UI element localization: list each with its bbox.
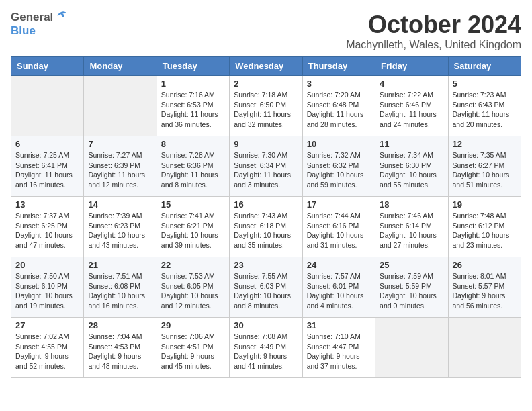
logo-blue-text: Blue <box>11 24 36 37</box>
day-number: 2 <box>234 79 298 89</box>
calendar-cell: 5Sunrise: 7:23 AM Sunset: 6:43 PM Daylig… <box>448 76 521 136</box>
calendar-body: 1Sunrise: 7:16 AM Sunset: 6:53 PM Daylig… <box>11 76 521 378</box>
day-number: 20 <box>15 260 79 270</box>
calendar-cell: 7Sunrise: 7:27 AM Sunset: 6:39 PM Daylig… <box>84 136 157 197</box>
day-number: 7 <box>88 139 152 149</box>
day-info: Sunrise: 7:43 AM Sunset: 6:18 PM Dayligh… <box>234 211 298 250</box>
calendar-cell: 15Sunrise: 7:41 AM Sunset: 6:21 PM Dayli… <box>157 197 229 257</box>
day-info: Sunrise: 7:23 AM Sunset: 6:43 PM Dayligh… <box>453 90 517 130</box>
day-number: 14 <box>88 199 152 210</box>
location-title: Machynlleth, Wales, United Kingdom <box>346 39 521 51</box>
calendar-cell: 23Sunrise: 7:55 AM Sunset: 6:03 PM Dayli… <box>230 257 302 318</box>
day-number: 26 <box>453 260 517 270</box>
header: General Blue October 2024 Machynlleth, W… <box>11 11 521 51</box>
calendar-cell: 13Sunrise: 7:37 AM Sunset: 6:25 PM Dayli… <box>11 197 84 257</box>
calendar-cell: 19Sunrise: 7:48 AM Sunset: 6:12 PM Dayli… <box>448 197 521 257</box>
calendar-week-row: 13Sunrise: 7:37 AM Sunset: 6:25 PM Dayli… <box>11 197 521 257</box>
day-number: 19 <box>453 199 517 210</box>
calendar-cell <box>448 318 521 378</box>
day-number: 13 <box>15 199 79 210</box>
day-info: Sunrise: 7:16 AM Sunset: 6:53 PM Dayligh… <box>161 90 225 130</box>
calendar-cell: 3Sunrise: 7:20 AM Sunset: 6:48 PM Daylig… <box>302 76 375 136</box>
day-info: Sunrise: 7:08 AM Sunset: 4:49 PM Dayligh… <box>234 332 298 371</box>
day-info: Sunrise: 7:34 AM Sunset: 6:30 PM Dayligh… <box>380 150 443 190</box>
day-number: 27 <box>15 320 79 330</box>
weekday-header: Tuesday <box>157 57 229 76</box>
calendar-cell: 8Sunrise: 7:28 AM Sunset: 6:36 PM Daylig… <box>157 136 229 197</box>
weekday-header: Wednesday <box>230 57 302 76</box>
day-number: 25 <box>380 260 443 270</box>
day-number: 28 <box>88 320 152 330</box>
day-number: 1 <box>161 79 225 89</box>
calendar-table: SundayMondayTuesdayWednesdayThursdayFrid… <box>11 56 521 378</box>
day-number: 3 <box>307 79 371 89</box>
day-number: 5 <box>453 79 517 89</box>
calendar-cell: 22Sunrise: 7:53 AM Sunset: 6:05 PM Dayli… <box>157 257 229 318</box>
day-number: 21 <box>88 260 152 270</box>
day-number: 24 <box>307 260 371 270</box>
day-number: 12 <box>453 139 517 149</box>
day-info: Sunrise: 7:25 AM Sunset: 6:41 PM Dayligh… <box>15 150 79 190</box>
logo-bird-icon <box>54 11 69 23</box>
weekday-header: Sunday <box>11 57 84 76</box>
calendar-cell: 6Sunrise: 7:25 AM Sunset: 6:41 PM Daylig… <box>11 136 84 197</box>
month-title: October 2024 <box>346 11 521 39</box>
weekday-header: Thursday <box>302 57 375 76</box>
calendar-cell: 11Sunrise: 7:34 AM Sunset: 6:30 PM Dayli… <box>375 136 448 197</box>
calendar-week-row: 20Sunrise: 7:50 AM Sunset: 6:10 PM Dayli… <box>11 257 521 318</box>
day-number: 23 <box>234 260 298 270</box>
weekday-header: Friday <box>375 57 448 76</box>
day-info: Sunrise: 7:02 AM Sunset: 4:55 PM Dayligh… <box>15 332 79 371</box>
day-info: Sunrise: 7:48 AM Sunset: 6:12 PM Dayligh… <box>453 211 517 250</box>
day-info: Sunrise: 7:41 AM Sunset: 6:21 PM Dayligh… <box>161 211 225 250</box>
day-info: Sunrise: 7:32 AM Sunset: 6:32 PM Dayligh… <box>307 150 371 190</box>
day-number: 10 <box>307 139 371 149</box>
calendar-cell: 30Sunrise: 7:08 AM Sunset: 4:49 PM Dayli… <box>230 318 302 378</box>
day-info: Sunrise: 7:06 AM Sunset: 4:51 PM Dayligh… <box>161 332 225 371</box>
calendar-cell: 1Sunrise: 7:16 AM Sunset: 6:53 PM Daylig… <box>157 76 229 136</box>
day-number: 6 <box>15 139 79 149</box>
calendar-cell: 4Sunrise: 7:22 AM Sunset: 6:46 PM Daylig… <box>375 76 448 136</box>
weekday-header: Monday <box>84 57 157 76</box>
day-info: Sunrise: 7:53 AM Sunset: 6:05 PM Dayligh… <box>161 271 225 311</box>
day-info: Sunrise: 7:10 AM Sunset: 4:47 PM Dayligh… <box>307 332 371 371</box>
calendar-cell: 9Sunrise: 7:30 AM Sunset: 6:34 PM Daylig… <box>230 136 302 197</box>
day-info: Sunrise: 8:01 AM Sunset: 5:57 PM Dayligh… <box>453 271 517 311</box>
calendar-cell: 12Sunrise: 7:35 AM Sunset: 6:27 PM Dayli… <box>448 136 521 197</box>
calendar-cell: 20Sunrise: 7:50 AM Sunset: 6:10 PM Dayli… <box>11 257 84 318</box>
day-info: Sunrise: 7:30 AM Sunset: 6:34 PM Dayligh… <box>234 150 298 190</box>
day-number: 22 <box>161 260 225 270</box>
day-number: 11 <box>380 139 443 149</box>
calendar-cell: 10Sunrise: 7:32 AM Sunset: 6:32 PM Dayli… <box>302 136 375 197</box>
day-info: Sunrise: 7:18 AM Sunset: 6:50 PM Dayligh… <box>234 90 298 130</box>
calendar-cell: 14Sunrise: 7:39 AM Sunset: 6:23 PM Dayli… <box>84 197 157 257</box>
day-number: 8 <box>161 139 225 149</box>
logo: General Blue <box>11 11 69 38</box>
day-info: Sunrise: 7:39 AM Sunset: 6:23 PM Dayligh… <box>88 211 152 250</box>
day-number: 15 <box>161 199 225 210</box>
day-number: 30 <box>234 320 298 330</box>
calendar-cell: 2Sunrise: 7:18 AM Sunset: 6:50 PM Daylig… <box>230 76 302 136</box>
calendar-cell: 21Sunrise: 7:51 AM Sunset: 6:08 PM Dayli… <box>84 257 157 318</box>
day-info: Sunrise: 7:51 AM Sunset: 6:08 PM Dayligh… <box>88 271 152 311</box>
day-number: 31 <box>307 320 371 330</box>
calendar-cell <box>11 76 84 136</box>
day-info: Sunrise: 7:44 AM Sunset: 6:16 PM Dayligh… <box>307 211 371 250</box>
day-info: Sunrise: 7:04 AM Sunset: 4:53 PM Dayligh… <box>88 332 152 371</box>
calendar-cell: 17Sunrise: 7:44 AM Sunset: 6:16 PM Dayli… <box>302 197 375 257</box>
calendar-cell <box>84 76 157 136</box>
day-info: Sunrise: 7:55 AM Sunset: 6:03 PM Dayligh… <box>234 271 298 311</box>
day-info: Sunrise: 7:59 AM Sunset: 5:59 PM Dayligh… <box>380 271 443 311</box>
calendar-cell: 24Sunrise: 7:57 AM Sunset: 6:01 PM Dayli… <box>302 257 375 318</box>
calendar-cell: 16Sunrise: 7:43 AM Sunset: 6:18 PM Dayli… <box>230 197 302 257</box>
calendar-cell <box>375 318 448 378</box>
calendar-cell: 28Sunrise: 7:04 AM Sunset: 4:53 PM Dayli… <box>84 318 157 378</box>
title-area: October 2024 Machynlleth, Wales, United … <box>346 11 521 51</box>
logo-general-text: General <box>11 11 53 24</box>
calendar-week-row: 6Sunrise: 7:25 AM Sunset: 6:41 PM Daylig… <box>11 136 521 197</box>
day-number: 16 <box>234 199 298 210</box>
calendar-week-row: 1Sunrise: 7:16 AM Sunset: 6:53 PM Daylig… <box>11 76 521 136</box>
calendar-week-row: 27Sunrise: 7:02 AM Sunset: 4:55 PM Dayli… <box>11 318 521 378</box>
calendar-cell: 27Sunrise: 7:02 AM Sunset: 4:55 PM Dayli… <box>11 318 84 378</box>
calendar-cell: 18Sunrise: 7:46 AM Sunset: 6:14 PM Dayli… <box>375 197 448 257</box>
